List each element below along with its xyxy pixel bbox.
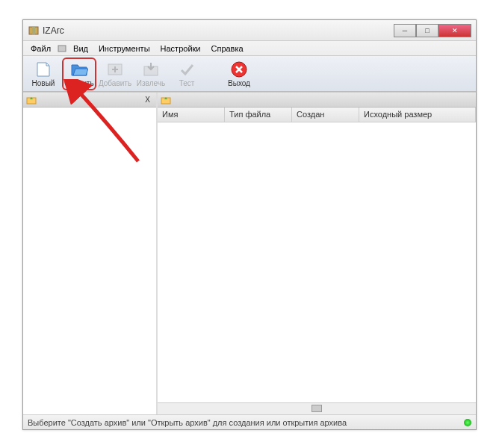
folder-up-icon[interactable] — [26, 95, 37, 105]
file-list[interactable] — [158, 122, 476, 402]
open-label: Открыть — [64, 79, 93, 87]
list-nav-header — [158, 93, 476, 108]
new-button[interactable]: Новый — [26, 57, 61, 90]
menu-settings[interactable]: Настройки — [156, 43, 205, 55]
new-label: Новый — [32, 79, 55, 87]
col-type[interactable]: Тип файла — [225, 108, 292, 122]
add-icon — [106, 60, 124, 78]
title-bar: IZArc ─ □ ✕ — [23, 20, 476, 41]
extract-button[interactable]: Извлечь — [134, 57, 168, 90]
col-name[interactable]: Имя — [158, 108, 225, 122]
col-original-size[interactable]: Исходный размер — [359, 108, 476, 122]
horizontal-scrollbar[interactable] — [158, 402, 476, 414]
content-area: X Имя Тип файла Создан Исходный размер — [23, 92, 476, 414]
toolbar: Новый Открыть Добавить Извлечь Тест Выхо… — [23, 56, 476, 92]
window-title: IZArc — [43, 25, 394, 36]
test-icon — [178, 60, 196, 78]
folder-up-icon-right[interactable] — [161, 95, 171, 105]
svg-rect-1 — [32, 27, 35, 34]
menu-tools[interactable]: Инструменты — [94, 43, 155, 55]
open-icon — [70, 60, 88, 78]
col-created[interactable]: Создан — [292, 108, 359, 122]
minimize-button[interactable]: ─ — [394, 24, 416, 37]
status-led — [464, 419, 471, 426]
app-window: IZArc ─ □ ✕ Файл Вид Инструменты Настрой… — [22, 19, 477, 430]
list-pane: Имя Тип файла Создан Исходный размер — [158, 93, 476, 414]
test-button[interactable]: Тест — [170, 57, 204, 90]
extract-icon — [142, 60, 160, 78]
open-button[interactable]: Открыть — [62, 57, 96, 90]
tree-view[interactable] — [23, 108, 156, 414]
tree-header: X — [23, 93, 156, 108]
exit-button[interactable]: Выход — [222, 57, 256, 90]
add-button[interactable]: Добавить — [98, 57, 132, 90]
menu-help[interactable]: Справка — [206, 43, 247, 55]
extract-label: Извлечь — [137, 79, 165, 87]
svg-rect-2 — [58, 46, 66, 52]
maximize-button[interactable]: □ — [416, 24, 438, 37]
scroll-thumb[interactable] — [312, 405, 322, 412]
new-icon — [34, 60, 52, 78]
tree-pane: X — [23, 93, 158, 414]
add-label: Добавить — [99, 79, 131, 87]
test-label: Тест — [179, 79, 195, 87]
exit-icon — [230, 60, 248, 78]
exit-label: Выход — [228, 79, 250, 87]
column-headers: Имя Тип файла Создан Исходный размер — [158, 108, 476, 122]
menu-bar: Файл Вид Инструменты Настройки Справка — [23, 41, 476, 56]
close-button[interactable]: ✕ — [438, 24, 471, 37]
status-bar: Выберите "Создать архив" или "Открыть ар… — [23, 414, 476, 429]
menu-file[interactable]: Файл — [26, 43, 55, 55]
status-text: Выберите "Создать архив" или "Открыть ар… — [28, 418, 464, 427]
tree-close[interactable]: X — [142, 96, 153, 104]
window-controls: ─ □ ✕ — [394, 24, 471, 37]
menu-view[interactable]: Вид — [69, 43, 93, 55]
menu-separator-icon — [57, 43, 67, 54]
app-icon — [28, 25, 40, 37]
